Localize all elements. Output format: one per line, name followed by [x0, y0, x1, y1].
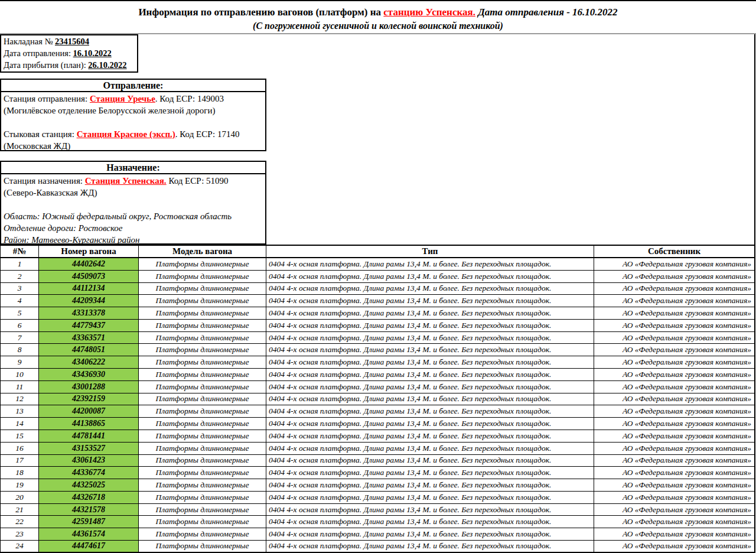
cell-row-number: 3 — [1, 283, 39, 295]
destination-station-code: Код ЕСР: 51090 — [167, 176, 229, 186]
departure-station-label: Станция отправления: — [4, 94, 90, 103]
junction-station-code: . Код ЕСР: 17140 — [175, 129, 240, 139]
table-row: 2344361574Платформы длинномерные0404 4-х… — [1, 528, 754, 541]
cell-owner: АО «Федеральная грузовая компания» — [594, 528, 754, 540]
waybill-arrival-line: Дата прибытия (план): 26.10.2022 — [4, 59, 135, 71]
cell-wagon-number: 44326718 — [39, 492, 139, 503]
cell-wagon-number: 44209344 — [39, 295, 139, 307]
cell-wagon-number: 44336774 — [39, 467, 139, 479]
cell-wagon-model: Платформы длинномерные — [139, 430, 266, 442]
cell-wagon-model: Платформы длинномерные — [139, 405, 266, 417]
column-header-model: Модель вагона — [139, 246, 266, 257]
cell-wagon-number: 42392159 — [39, 393, 139, 405]
title-block: Информация по отправлению вагонов (платф… — [0, 0, 756, 34]
table-row: 344112134Платформы длинномерные0404 4-х … — [1, 283, 754, 295]
cell-row-number: 5 — [1, 307, 39, 319]
spacer — [4, 199, 263, 210]
cell-owner: АО «Федеральная грузовая компания» — [594, 405, 754, 417]
cell-wagon-number: 43061423 — [39, 455, 139, 467]
waybill-number-value: 23415604 — [55, 37, 89, 46]
cell-wagon-type: 0404 4-х осная платформа. Длина рамы 13,… — [266, 381, 594, 393]
cell-wagon-model: Платформы длинномерные — [139, 467, 266, 479]
cell-wagon-type: 0404 4-х осная платформа. Длина рамы 13,… — [266, 332, 594, 344]
cell-owner: АО «Федеральная грузовая компания» — [594, 479, 754, 491]
title-departure-date: Дата отправления - 16.10.2022 — [475, 6, 618, 18]
cell-owner: АО «Федеральная грузовая компания» — [594, 504, 754, 516]
cell-owner: АО «Федеральная грузовая компания» — [594, 516, 754, 528]
cell-wagon-number: 44200087 — [39, 405, 139, 417]
wagon-table-body: 144402642Платформы длинномерные0404 4-х … — [1, 258, 754, 553]
title-station-link[interactable]: станцию Успенская. — [383, 6, 475, 18]
cell-wagon-model: Платформы длинномерные — [139, 356, 266, 368]
cell-row-number: 12 — [1, 393, 39, 405]
table-row: 2444474617Платформы длинномерные0404 4-х… — [1, 541, 754, 553]
cell-wagon-model: Платформы длинномерные — [139, 541, 266, 552]
cell-wagon-number: 44361574 — [39, 528, 139, 540]
table-row: 1242392159Платформы длинномерные0404 4-х… — [1, 393, 754, 406]
table-row: 2144321578Платформы длинномерные0404 4-х… — [1, 504, 754, 516]
cell-wagon-number: 43363571 — [39, 332, 139, 344]
cell-wagon-model: Платформы длинномерные — [139, 393, 266, 405]
cell-owner: АО «Федеральная грузовая компания» — [594, 258, 754, 270]
cell-wagon-type: 0404 4-х осная платформа. Длина рамы 13,… — [266, 283, 594, 295]
cell-owner: АО «Федеральная грузовая компания» — [594, 295, 754, 307]
table-row: 543313378Платформы длинномерные0404 4-х … — [1, 307, 754, 320]
cell-owner: АО «Федеральная грузовая компания» — [594, 443, 754, 454]
table-row: 1844336774Платформы длинномерные0404 4-х… — [1, 467, 754, 479]
cell-wagon-model: Платформы длинномерные — [139, 271, 266, 282]
destination-station-link[interactable]: Станция Успенская. — [85, 176, 167, 186]
cell-wagon-type: 0404 4-х осная платформа. Длина рамы 13,… — [266, 295, 594, 307]
title-line-2: (С погруженной гусеничной и колесной вои… — [0, 19, 756, 32]
departure-station-link[interactable]: Станция Уречье — [90, 94, 155, 103]
cell-row-number: 4 — [1, 295, 39, 307]
cell-wagon-number: 44325025 — [39, 479, 139, 491]
cell-wagon-type: 0404 4-х осная платформа. Длина рамы 13,… — [266, 320, 594, 331]
cell-wagon-type: 0404 4-х осная платформа. Длина рамы 13,… — [266, 405, 594, 417]
cell-row-number: 15 — [1, 430, 39, 442]
cell-row-number: 8 — [1, 344, 39, 356]
cell-wagon-number: 44509073 — [39, 271, 139, 282]
cell-wagon-type: 0404 4-х осная платформа. Длина рамы 13,… — [266, 430, 594, 442]
spacer — [4, 116, 263, 128]
cell-row-number: 1 — [1, 258, 39, 270]
junction-station-note: (Московская ЖД) — [4, 140, 263, 152]
cell-wagon-type: 0404 4-х осная платформа. Длина рамы 13,… — [266, 344, 594, 356]
cell-row-number: 17 — [1, 455, 39, 467]
cell-row-number: 9 — [1, 356, 39, 368]
arrival-date-label: Дата прибытия (план): — [4, 60, 88, 70]
table-row: 1344200087Платформы длинномерные0404 4-х… — [1, 405, 754, 418]
cell-row-number: 10 — [1, 369, 39, 380]
cell-wagon-model: Платформы длинномерные — [139, 479, 266, 491]
cell-wagon-model: Платформы длинномерные — [139, 504, 266, 516]
departure-date-label: Дата отправления: — [4, 48, 73, 58]
destination-region-line: Область: Южный федеральный округ, Ростов… — [4, 210, 263, 222]
cell-wagon-model: Платформы длинномерные — [139, 258, 266, 270]
page-right-border — [754, 34, 755, 553]
departure-station-note: (Могилёвское отделение Белорусской желез… — [4, 105, 263, 116]
table-row: 444209344Платформы длинномерные0404 4-х … — [1, 295, 754, 307]
cell-owner: АО «Федеральная грузовая компания» — [594, 283, 754, 295]
waybill-number-label: Накладная № — [4, 37, 55, 46]
cell-wagon-model: Платформы длинномерные — [139, 418, 266, 430]
cell-wagon-number: 44138865 — [39, 418, 139, 430]
destination-box-body: Станция назначения: Станция Успенская. К… — [1, 174, 265, 246]
destination-station-line: Станция назначения: Станция Успенская. К… — [4, 175, 263, 187]
cell-wagon-type: 0404 4-х осная платформа. Длина рамы 13,… — [266, 541, 594, 552]
table-row: 2044326718Платформы длинномерные0404 4-х… — [1, 492, 754, 504]
table-row: 1544781441Платформы длинномерные0404 4-х… — [1, 430, 754, 443]
cell-wagon-type: 0404 4-х осная платформа. Длина рамы 13,… — [266, 258, 594, 270]
cell-wagon-type: 0404 4-х осная платформа. Длина рамы 13,… — [266, 479, 594, 491]
cell-wagon-model: Платформы длинномерные — [139, 283, 266, 295]
cell-wagon-number: 43153527 — [39, 443, 139, 454]
cell-row-number: 21 — [1, 504, 39, 516]
cell-wagon-model: Платформы длинномерные — [139, 295, 266, 307]
departure-station-line: Станция отправления: Станция Уречье. Код… — [4, 93, 263, 105]
junction-station-link[interactable]: Станция Красное (эксп.) — [77, 129, 175, 139]
cell-wagon-model: Платформы длинномерные — [139, 443, 266, 454]
cell-wagon-number: 44779437 — [39, 320, 139, 331]
cell-wagon-type: 0404 4-х осная платформа. Длина рамы 13,… — [266, 528, 594, 540]
cell-owner: АО «Федеральная грузовая компания» — [594, 455, 754, 467]
cell-row-number: 23 — [1, 528, 39, 540]
cell-row-number: 2 — [1, 271, 39, 282]
cell-wagon-model: Платформы длинномерные — [139, 492, 266, 503]
